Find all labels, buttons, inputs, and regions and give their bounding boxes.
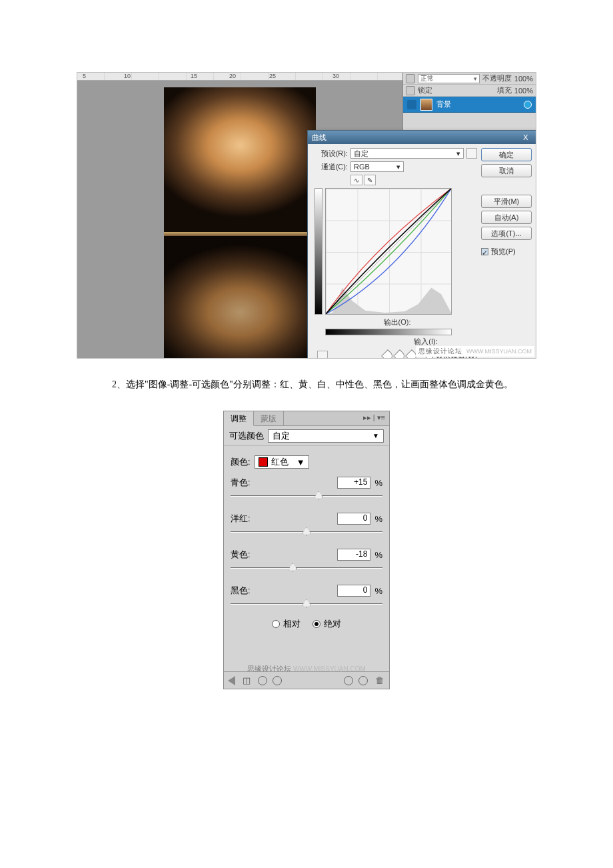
ruler-tick: 30 — [332, 73, 339, 79]
color-select[interactable]: 红色 ▼ — [255, 455, 309, 469]
svg-line-0 — [326, 189, 451, 314]
tab-mask[interactable]: 蒙版 — [254, 411, 284, 425]
slider-track[interactable] — [231, 599, 382, 609]
gray-point-eyedropper-icon[interactable] — [393, 349, 406, 359]
ruler-tick: 5 — [83, 73, 86, 79]
channel-select[interactable]: RGB ▾ — [350, 161, 404, 172]
trash-icon[interactable]: 🗑 — [373, 675, 385, 687]
layer-lock-icon — [524, 101, 532, 109]
slider-track[interactable] — [231, 527, 382, 537]
slider-value-input[interactable]: -18 — [337, 549, 370, 561]
fill-value: 100% — [514, 87, 533, 95]
dialog-titlebar: 曲线 X — [308, 131, 536, 144]
percent-label: % — [374, 586, 382, 596]
watermark: 思缘设计论坛 WWW.MISSYUAN.COM — [416, 346, 534, 357]
reset-default-icon[interactable] — [358, 676, 368, 685]
preset-value: 自定 — [273, 430, 290, 442]
preset-label: 可选颜色 — [229, 430, 264, 442]
slider-value-input[interactable]: 0 — [337, 513, 370, 525]
panel-menu-icon[interactable]: ▸▸ | ▾≡ — [359, 411, 389, 425]
close-icon[interactable]: X — [520, 133, 532, 141]
channel-label: 通道(C): — [314, 162, 348, 172]
preview-checkbox[interactable]: ✓ 预览(P) — [481, 247, 532, 257]
view-previous-icon[interactable] — [344, 676, 353, 685]
blend-mode-select[interactable]: 正常 ▾ — [418, 74, 480, 83]
panel-tabs: 调整 蒙版 ▸▸ | ▾≡ — [224, 411, 389, 426]
chevron-down-icon: ▼ — [297, 457, 305, 467]
reset-icon[interactable] — [273, 676, 282, 685]
slider-label: 洋红: — [231, 513, 251, 525]
ruler-tick: 10 — [124, 73, 131, 79]
mode-radio-group: 相对 绝对 — [231, 618, 382, 630]
panel-icon — [406, 74, 415, 83]
output-label: 输出(O): — [317, 317, 477, 327]
ruler-tick: 20 — [229, 73, 236, 79]
visibility-toggle-icon[interactable] — [407, 100, 416, 109]
preset-menu-icon[interactable] — [466, 148, 477, 159]
slider-row: 黑色:0% — [231, 585, 382, 609]
tab-adjust[interactable]: 调整 — [224, 411, 254, 426]
ruler-tick: 15 — [191, 73, 197, 79]
preview-label: 预览(P) — [491, 247, 516, 257]
curves-dialog: 曲线 X 预设(R): 自定 ▾ 通道(C): — [307, 130, 536, 359]
preset-select[interactable]: 自定 ▼ — [268, 429, 384, 443]
mode-relative[interactable]: 相对 — [272, 618, 301, 630]
layer-row-background[interactable]: 背景 — [403, 97, 536, 113]
watermark-zh: 思缘设计论坛 — [418, 347, 462, 356]
color-value: 红色 — [271, 456, 289, 468]
radio-icon-checked — [312, 620, 320, 628]
slider-thumb[interactable] — [303, 527, 310, 535]
slider-value-input[interactable]: +15 — [337, 477, 370, 489]
color-label: 颜色: — [231, 456, 251, 468]
clip-icon[interactable]: ◫ — [241, 675, 253, 687]
blend-mode-value: 正常 — [420, 74, 434, 83]
options-button[interactable]: 选项(T)... — [481, 227, 532, 240]
slider-value-input[interactable]: 0 — [337, 585, 370, 597]
photo-mirror-line — [164, 232, 316, 236]
output-gradient — [314, 188, 322, 315]
slider-line — [231, 567, 382, 568]
opacity-value: 100% — [514, 75, 533, 83]
slider-row: 青色:+15% — [231, 477, 382, 501]
slider-label: 青色: — [231, 477, 251, 489]
back-icon[interactable] — [228, 676, 235, 685]
lock-label: 锁定 — [418, 85, 432, 95]
cancel-button[interactable]: 取消 — [481, 164, 532, 177]
watermark-en: WWW.MISSYUAN.COM — [466, 348, 532, 355]
dialog-buttons: 确定 取消 平滑(M) 自动(A) 选项(T)... ✓ 预览(P) — [481, 148, 532, 257]
input-gradient — [325, 329, 452, 335]
mode-absolute[interactable]: 绝对 — [312, 618, 341, 630]
chevron-down-icon: ▾ — [474, 75, 477, 82]
chevron-down-icon: ▾ — [456, 149, 460, 158]
slider-label: 黑色: — [231, 585, 251, 597]
radio-icon — [272, 620, 280, 628]
photoshop-screenshot: 5 10 15 20 25 30 正常 — [77, 72, 536, 359]
curve-tools: ∿ ✎ — [350, 175, 477, 185]
ok-button[interactable]: 确定 — [481, 148, 532, 161]
smooth-button[interactable]: 平滑(M) — [481, 195, 532, 208]
slider-thumb[interactable] — [289, 563, 297, 571]
black-point-eyedropper-icon[interactable] — [381, 349, 394, 359]
hand-tool-icon[interactable] — [317, 351, 328, 359]
percent-label: % — [374, 478, 382, 488]
photo-subject-top — [164, 87, 316, 232]
curve-point-tool[interactable]: ∿ — [350, 175, 362, 185]
auto-button[interactable]: 自动(A) — [481, 211, 532, 224]
percent-label: % — [374, 550, 382, 560]
channel-value: RGB — [354, 163, 370, 171]
slider-track[interactable] — [231, 491, 382, 501]
slider-thumb[interactable] — [314, 491, 322, 499]
visibility-icon[interactable] — [258, 676, 267, 685]
curve-pencil-tool[interactable]: ✎ — [364, 175, 376, 185]
slider-thumb[interactable] — [303, 599, 310, 607]
mode-relative-label: 相对 — [283, 618, 301, 630]
input-label: 输入(I): — [374, 337, 477, 347]
slider-row: 黄色:-18% — [231, 549, 382, 573]
ruler-horizontal: 5 10 15 20 25 30 — [77, 73, 402, 81]
slider-track[interactable] — [231, 563, 382, 573]
mode-absolute-label: 绝对 — [324, 618, 341, 630]
edited-photo — [164, 87, 316, 359]
ruler-tick: 25 — [269, 73, 276, 79]
preset-select[interactable]: 自定 ▾ — [350, 148, 464, 159]
curves-graph[interactable] — [325, 188, 452, 315]
